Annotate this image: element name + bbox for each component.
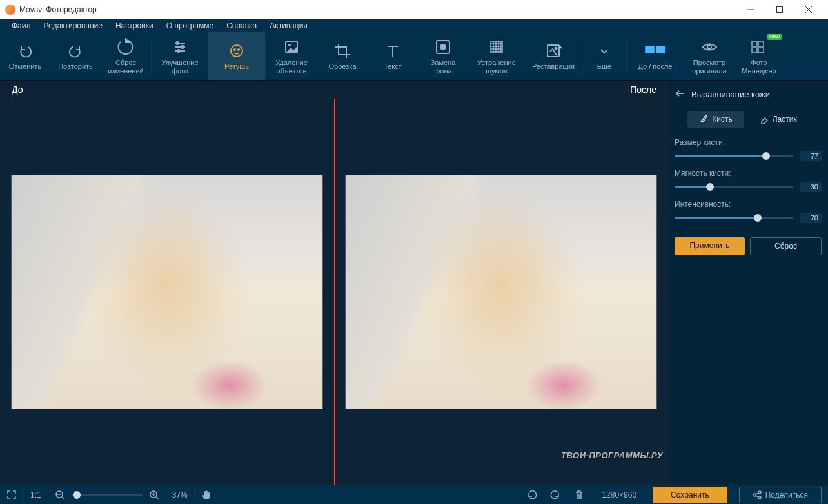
- enhance-button[interactable]: Улучшение фото: [152, 32, 208, 80]
- more-button[interactable]: Ещё: [582, 32, 626, 80]
- menu-settings[interactable]: Настройки: [109, 20, 160, 32]
- svg-point-44: [753, 494, 756, 496]
- delete-button[interactable]: [567, 485, 591, 504]
- before-image[interactable]: [11, 175, 323, 409]
- crop-button[interactable]: Обрезка: [317, 32, 368, 80]
- fullscreen-button[interactable]: [0, 485, 23, 504]
- hand-tool-button[interactable]: [195, 485, 218, 504]
- retouch-icon: [228, 41, 246, 61]
- restore-icon: [545, 41, 562, 61]
- svg-point-9: [177, 50, 180, 52]
- noise-icon: [488, 37, 505, 57]
- svg-rect-34: [752, 48, 757, 53]
- redo-icon: [66, 41, 84, 61]
- menu-edit[interactable]: Редактирование: [37, 20, 109, 32]
- before-label: До: [12, 84, 630, 95]
- maximize-button[interactable]: [765, 0, 794, 19]
- svg-point-5: [176, 42, 179, 44]
- save-button[interactable]: Сохранить: [653, 487, 727, 503]
- svg-line-40: [156, 497, 159, 499]
- share-icon: [753, 490, 762, 499]
- background-icon: [435, 37, 451, 57]
- zoom-ratio[interactable]: 1:1: [24, 485, 48, 504]
- menu-about[interactable]: О программе: [160, 20, 220, 32]
- zoom-out-button[interactable]: [48, 485, 72, 504]
- menu-activation[interactable]: Активация: [263, 20, 314, 32]
- undo-button[interactable]: Отменить: [0, 32, 50, 80]
- new-badge: New: [767, 34, 782, 40]
- minimize-button[interactable]: [736, 0, 765, 19]
- brush-size-row: Размер кисти: 77: [675, 138, 822, 161]
- menu-file[interactable]: Файл: [5, 20, 37, 32]
- softness-row: Мягкость кисти: 30: [675, 169, 822, 192]
- svg-point-12: [238, 49, 239, 50]
- zoom-in-button[interactable]: [143, 485, 166, 504]
- svg-point-45: [758, 496, 761, 499]
- menu-help[interactable]: Справка: [220, 20, 263, 32]
- text-button[interactable]: Текст: [368, 32, 418, 80]
- panel-header: Выравнивание кожи: [675, 88, 822, 101]
- back-button[interactable]: [675, 88, 685, 101]
- softness-slider[interactable]: [675, 186, 793, 188]
- svg-line-47: [756, 496, 758, 497]
- brush-size-value[interactable]: 77: [800, 151, 822, 161]
- remove-objects-button[interactable]: Удаление объектов: [266, 32, 317, 80]
- brush-tab[interactable]: Кисть: [687, 111, 744, 128]
- photo-manager-button[interactable]: New Фото Менеджер: [735, 32, 783, 80]
- workspace: До После ТВОИ-ПРОГРАММЫ.РУ Выравнивание …: [0, 81, 828, 485]
- app-logo-icon: [5, 5, 15, 15]
- intensity-value[interactable]: 70: [800, 213, 822, 223]
- after-image[interactable]: [345, 175, 657, 409]
- svg-point-7: [181, 46, 184, 48]
- svg-point-27: [555, 48, 557, 50]
- svg-point-11: [234, 49, 235, 50]
- svg-rect-33: [758, 41, 764, 46]
- svg-point-43: [758, 491, 761, 494]
- retouch-button[interactable]: Ретушь: [208, 32, 265, 80]
- split-divider[interactable]: [334, 99, 335, 485]
- undo-icon: [16, 41, 34, 61]
- text-icon: [384, 41, 401, 61]
- svg-rect-32: [752, 41, 757, 46]
- reset-icon: [117, 37, 135, 57]
- eye-icon: [701, 37, 718, 57]
- noise-button[interactable]: Устранение шумов: [468, 32, 525, 80]
- toolbar: Отменить Повторить Сброс изменений Улучш…: [0, 32, 828, 81]
- brush-icon: [699, 115, 708, 124]
- close-button[interactable]: [794, 0, 823, 19]
- svg-rect-35: [758, 48, 764, 53]
- zoom-slider[interactable]: [72, 485, 143, 504]
- after-label: После: [630, 84, 656, 95]
- softness-value[interactable]: 30: [800, 182, 822, 192]
- menubar: Файл Редактирование Настройки О программ…: [0, 19, 828, 32]
- restore-button[interactable]: Реставрация: [525, 32, 582, 80]
- panel-reset-button[interactable]: Сброс: [750, 237, 822, 255]
- svg-line-46: [756, 493, 758, 494]
- canvas-area: До После ТВОИ-ПРОГРАММЫ.РУ: [0, 81, 668, 485]
- after-pane: [334, 99, 668, 485]
- rotate-left-button[interactable]: [520, 485, 544, 504]
- svg-point-14: [288, 44, 291, 46]
- chevron-down-icon: [598, 41, 611, 61]
- apply-button[interactable]: Применить: [675, 237, 745, 255]
- background-button[interactable]: Замена фона: [418, 32, 468, 80]
- intensity-slider[interactable]: [675, 217, 793, 219]
- svg-point-31: [707, 45, 711, 49]
- brush-size-label: Размер кисти:: [675, 138, 822, 147]
- window-title: Movavi Фоторедактор: [19, 5, 736, 14]
- share-button[interactable]: Поделиться: [733, 485, 828, 504]
- zoom-value: 37%: [166, 485, 194, 504]
- crop-icon: [334, 41, 351, 61]
- titlebar: Movavi Фоторедактор: [0, 0, 828, 19]
- brush-size-slider[interactable]: [675, 155, 793, 157]
- softness-label: Мягкость кисти:: [675, 169, 822, 178]
- eraser-tab[interactable]: Ластик: [748, 111, 809, 128]
- view-original-button[interactable]: Просмотр оригинала: [684, 32, 735, 80]
- before-after-button[interactable]: До / после: [627, 32, 684, 80]
- enhance-icon: [171, 37, 189, 57]
- image-dimensions: 1280×960: [591, 490, 647, 499]
- rotate-right-button[interactable]: [544, 485, 567, 504]
- side-panel: Выравнивание кожи Кисть Ластик Размер ки…: [668, 81, 828, 485]
- reset-changes-button[interactable]: Сброс изменений: [101, 32, 151, 80]
- redo-button[interactable]: Повторить: [50, 32, 101, 80]
